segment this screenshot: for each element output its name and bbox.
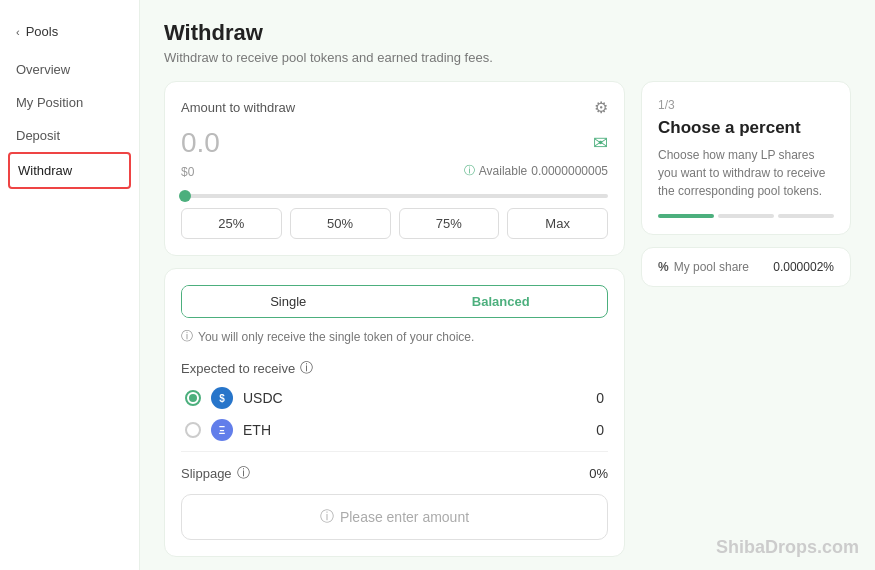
mode-card: Single Balanced ⓘ You will only receive …: [164, 268, 625, 557]
step-progress: [658, 214, 834, 218]
radio-eth[interactable]: [185, 422, 201, 438]
page-subtitle: Withdraw to receive pool tokens and earn…: [164, 50, 851, 65]
step-title: Choose a percent: [658, 118, 834, 138]
token-amount-usdc: 0: [596, 390, 604, 406]
amount-header: Amount to withdraw ⚙: [181, 98, 608, 117]
step-number: 1/3: [658, 98, 834, 112]
watermark: ShibaDrops.com: [716, 537, 859, 558]
sidebar-item-overview[interactable]: Overview: [0, 53, 139, 86]
percent-btn-75[interactable]: 75%: [399, 208, 500, 239]
available-value: 0.0000000005: [531, 164, 608, 178]
token-name-usdc: USDC: [243, 390, 586, 406]
slippage-value: 0%: [589, 466, 608, 481]
progress-3: [778, 214, 834, 218]
available-label: Available: [479, 164, 527, 178]
percent-btn-25[interactable]: 25%: [181, 208, 282, 239]
progress-2: [718, 214, 774, 218]
slider-container[interactable]: [181, 194, 608, 198]
amount-usd: $0: [181, 165, 194, 179]
amount-label: Amount to withdraw: [181, 100, 295, 115]
info-icon-expected: ⓘ: [300, 359, 313, 377]
pool-share-value: 0.000002%: [773, 260, 834, 274]
sidebar-item-deposit[interactable]: Deposit: [0, 119, 139, 152]
wallet-icon: ✉: [593, 132, 608, 154]
progress-1: [658, 214, 714, 218]
token-name-eth: ETH: [243, 422, 586, 438]
pool-share-label: % My pool share: [658, 260, 749, 274]
radio-usdc[interactable]: [185, 390, 201, 406]
percent-btn-max[interactable]: Max: [507, 208, 608, 239]
sidebar-item-my-position[interactable]: My Position: [0, 86, 139, 119]
expected-label: Expected to receive ⓘ: [181, 359, 608, 377]
amount-input-row: 0.0 ✉: [181, 127, 608, 159]
slider-thumb: [179, 190, 191, 202]
back-button[interactable]: ‹ Pools: [0, 16, 139, 53]
main-content: Withdraw Withdraw to receive pool tokens…: [140, 0, 875, 570]
info-icon: ⓘ: [464, 163, 475, 178]
tab-single[interactable]: Single: [182, 286, 395, 317]
step-desc: Choose how many LP shares you want to wi…: [658, 146, 834, 200]
left-panel: Amount to withdraw ⚙ 0.0 ✉ $0 ⓘ Availabl…: [164, 81, 625, 569]
percent-buttons: 25% 50% 75% Max: [181, 208, 608, 239]
usdc-icon: $: [211, 387, 233, 409]
pool-share-card: % My pool share 0.000002%: [641, 247, 851, 287]
eth-icon: Ξ: [211, 419, 233, 441]
info-icon-note: ⓘ: [181, 328, 193, 345]
content-row: Amount to withdraw ⚙ 0.0 ✉ $0 ⓘ Availabl…: [164, 81, 851, 569]
info-icon-btn: ⓘ: [320, 508, 334, 526]
slippage-row: Slippage ⓘ 0%: [181, 451, 608, 494]
percent-icon: %: [658, 260, 669, 274]
step-card: 1/3 Choose a percent Choose how many LP …: [641, 81, 851, 235]
token-row-eth[interactable]: Ξ ETH 0: [181, 419, 608, 441]
single-note: ⓘ You will only receive the single token…: [181, 328, 608, 345]
percent-btn-50[interactable]: 50%: [290, 208, 391, 239]
tab-balanced[interactable]: Balanced: [395, 286, 608, 317]
sidebar: ‹ Pools Overview My Position Deposit Wit…: [0, 0, 140, 570]
right-panel: 1/3 Choose a percent Choose how many LP …: [641, 81, 851, 569]
token-row-usdc[interactable]: $ USDC 0: [181, 387, 608, 409]
info-icon-slippage: ⓘ: [237, 464, 250, 482]
back-label: Pools: [26, 24, 59, 39]
chevron-left-icon: ‹: [16, 26, 20, 38]
page-title: Withdraw: [164, 20, 851, 46]
token-amount-eth: 0: [596, 422, 604, 438]
amount-value[interactable]: 0.0: [181, 127, 220, 159]
sidebar-item-withdraw[interactable]: Withdraw: [8, 152, 131, 189]
amount-card: Amount to withdraw ⚙ 0.0 ✉ $0 ⓘ Availabl…: [164, 81, 625, 256]
toggle-tabs: Single Balanced: [181, 285, 608, 318]
enter-amount-button[interactable]: ⓘ Please enter amount: [181, 494, 608, 540]
gear-icon[interactable]: ⚙: [594, 98, 608, 117]
slippage-label: Slippage ⓘ: [181, 464, 250, 482]
available-row: ⓘ Available 0.0000000005: [464, 163, 608, 178]
slider-track: [181, 194, 608, 198]
